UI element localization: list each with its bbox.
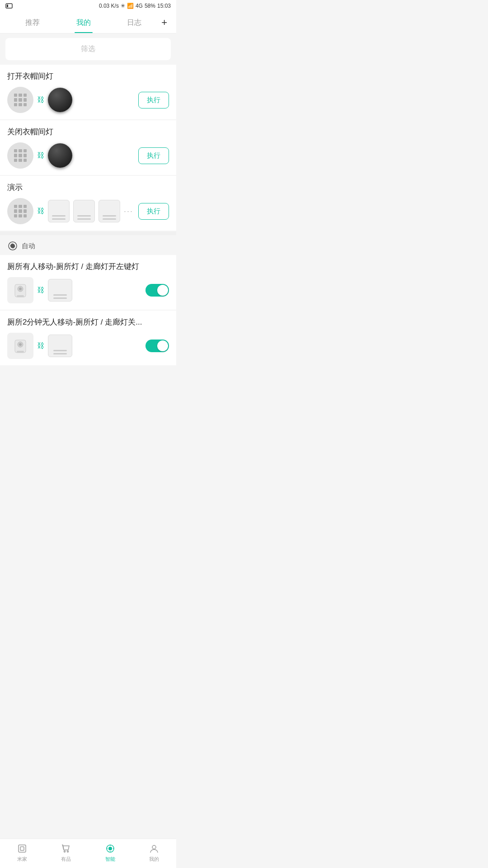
tab-navigation: 推荐 我的 日志 + [0,12,176,33]
status-bar: 0.03 K/s ✳ 📶 4G 58% 15:03 [0,0,176,12]
auto-section-title: 自动 [22,242,35,250]
scene-title-demo: 演示 [7,182,169,193]
svg-point-10 [19,343,22,346]
switch-line-2 [52,218,66,220]
scene-devices-demo: ⛓ ··· [7,198,133,224]
scene-icon-open-light [7,87,33,113]
switch-line-5 [103,215,116,217]
auto-devices-1: ⛓ [7,277,72,303]
device-hub-2 [48,143,72,168]
manual-scene-list: 打开衣帽间灯 ⛓ 执行 关闭衣帽间灯 [0,65,176,231]
tab-mine[interactable]: 我的 [58,12,108,33]
scene-card-open-light: 打开衣帽间灯 ⛓ 执行 [0,65,176,119]
auto-icon [7,241,18,251]
grid-icon [13,92,28,108]
sl-3 [53,350,67,351]
grid-icon-3 [13,203,28,219]
exec-button-demo[interactable]: 执行 [138,203,169,220]
link-icon-1: ⛓ [37,96,44,104]
motion-sensor-2 [7,333,33,359]
signal-icon: 📶 [127,3,134,9]
auto-scene-list: 厕所有人移动-厕所灯 / 走廊灯开左键灯 ⛓ [0,255,176,365]
link-icon-4: ⛓ [37,286,44,294]
scene-title-close-light: 关闭衣帽间灯 [7,127,169,137]
toggle-automation-1[interactable] [145,284,169,297]
scene-row-demo: ⛓ ··· 执行 [7,198,169,224]
scene-title-open-light: 打开衣帽间灯 [7,71,169,81]
svg-point-6 [19,288,22,290]
svg-rect-1 [7,5,8,7]
tab-log[interactable]: 日志 [109,12,160,33]
tab-recommend[interactable]: 推荐 [7,12,58,33]
auto-section-header: 自动 [0,235,176,255]
battery-label: 58% [145,3,155,9]
exec-button-close-light[interactable]: 执行 [138,147,169,164]
automation-card-1: 厕所有人移动-厕所灯 / 走廊灯开左键灯 ⛓ [0,255,176,310]
device-switch-auto-1 [48,279,72,302]
scene-devices-open-light: ⛓ [7,87,72,113]
automation-title-2: 厕所2分钟无人移动-厕所灯 / 走廊灯关... [7,317,169,327]
status-right: 0.03 K/s ✳ 📶 4G 58% 15:03 [99,3,171,9]
scene-row-open-light: ⛓ 执行 [7,87,169,113]
device-switch-3 [99,200,120,222]
content-area: 筛选 打开衣帽间灯 ⛓ 执行 [0,38,176,402]
time-label: 15:03 [157,3,171,9]
link-icon-5: ⛓ [37,342,44,350]
automation-card-2: 厕所2分钟无人移动-厕所灯 / 走廊灯关... ⛓ [0,311,176,365]
link-icon-3: ⛓ [37,207,44,215]
svg-rect-7 [17,295,24,297]
add-scene-button[interactable]: + [160,12,169,33]
more-devices-icon: ··· [124,207,133,216]
network-speed: 0.03 K/s [99,3,119,9]
device-switch-1 [48,200,70,222]
switch-line-4 [77,218,91,220]
grid-icon-2 [13,148,28,163]
toggle-automation-2[interactable] [145,340,169,352]
device-hub-1 [48,88,72,112]
switch-line-3 [77,215,91,217]
switch-line-6 [103,218,116,220]
link-icon-2: ⛓ [37,151,44,160]
auto-devices-2: ⛓ [7,333,72,359]
sl-2 [53,297,67,299]
automation-title-1: 厕所有人移动-厕所灯 / 走廊灯开左键灯 [7,261,169,272]
scene-devices-close-light: ⛓ [7,142,72,169]
switch-line [52,215,66,217]
exec-button-open-light[interactable]: 执行 [138,92,169,108]
sl-1 [53,294,67,296]
filter-bar[interactable]: 筛选 [5,38,171,60]
auto-row-2: ⛓ [7,333,169,359]
device-switch-2 [73,200,95,222]
scene-icon-demo [7,198,33,224]
sl-4 [53,353,67,354]
scene-card-demo: 演示 ⛓ [0,176,176,231]
auto-row-1: ⛓ [7,277,169,303]
scene-card-close-light: 关闭衣帽间灯 ⛓ 执行 [0,120,176,175]
section-separator [0,231,176,235]
scene-icon-close-light [7,142,33,169]
svg-rect-11 [17,351,24,353]
motion-sensor-1 [7,277,33,303]
device-switch-auto-2 [48,335,72,357]
status-left [5,3,13,9]
bluetooth-icon: ✳ [121,3,125,9]
scene-row-close-light: ⛓ 执行 [7,142,169,169]
4g-label: 4G [136,3,143,9]
